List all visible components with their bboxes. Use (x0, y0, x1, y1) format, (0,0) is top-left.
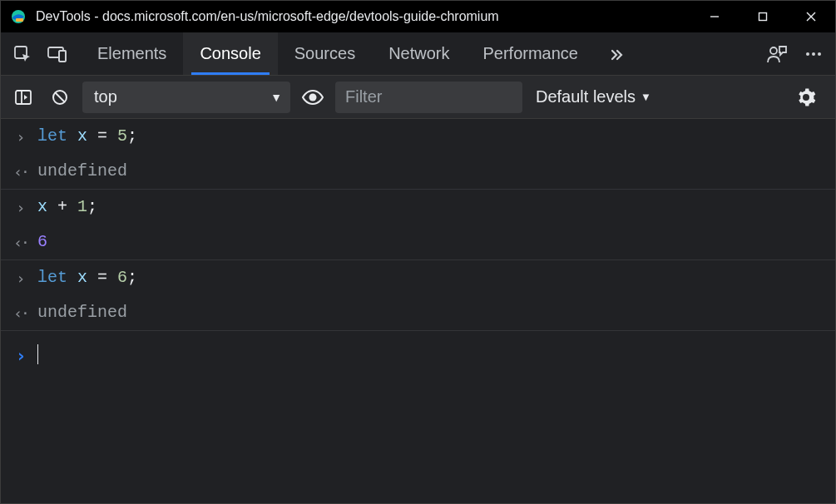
inspect-element-icon[interactable] (6, 37, 39, 71)
svg-rect-8 (59, 51, 66, 62)
svg-point-19 (804, 95, 809, 100)
console-input-row: ›x + 1; (1, 190, 835, 225)
chevron-down-icon: ▼ (641, 91, 651, 103)
console-input-row: ›let x = 5; (1, 119, 835, 154)
svg-rect-14 (16, 91, 31, 104)
svg-point-18 (309, 93, 317, 101)
svg-rect-3 (759, 13, 767, 21)
more-options-icon[interactable] (797, 37, 830, 71)
window-title: DevTools - docs.microsoft.com/en-us/micr… (34, 9, 690, 24)
console-toolbar: top ▼ Default levels ▼ (1, 76, 835, 119)
output-marker-icon: ‹· (14, 297, 27, 328)
tab-elements[interactable]: Elements (81, 32, 183, 75)
context-selector-value: top (94, 87, 117, 106)
console-output[interactable]: ›let x = 5;‹·undefined›x + 1;‹·6›let x =… (1, 119, 835, 503)
output-marker-icon: ‹· (14, 226, 27, 257)
console-output-row: ‹·undefined (1, 154, 835, 190)
svg-rect-1 (16, 18, 23, 22)
more-tabs-icon[interactable] (600, 37, 633, 71)
devtools-window: DevTools - docs.microsoft.com/en-us/micr… (0, 0, 836, 504)
console-output-value: 6 (37, 226, 47, 258)
live-expression-icon[interactable] (299, 83, 327, 111)
feedback-icon[interactable] (760, 37, 794, 71)
console-settings-icon[interactable] (792, 83, 820, 111)
console-input-code: let x = 6; (37, 262, 137, 294)
tab-console[interactable]: Console (183, 32, 277, 75)
console-output-row: ‹·6 (1, 225, 835, 260)
toggle-sidebar-icon[interactable] (9, 83, 37, 111)
input-marker-icon: › (14, 121, 27, 151)
console-output-row: ‹·undefined (1, 295, 835, 331)
console-input-code: let x = 5; (37, 121, 137, 152)
console-input-code: x + 1; (37, 191, 97, 223)
svg-point-12 (812, 52, 815, 56)
console-output-value: undefined (37, 156, 127, 187)
titlebar: DevTools - docs.microsoft.com/en-us/micr… (1, 1, 835, 32)
prompt-icon: › (14, 336, 27, 373)
tab-sources[interactable]: Sources (278, 32, 372, 75)
maximize-button[interactable] (739, 1, 787, 32)
console-output-value: undefined (37, 297, 127, 329)
svg-point-13 (818, 52, 821, 56)
window-controls (690, 1, 835, 32)
app-icon (11, 9, 26, 24)
svg-point-11 (806, 52, 809, 56)
filter-input[interactable] (335, 82, 522, 113)
input-marker-icon: › (14, 262, 27, 293)
console-prompt[interactable]: › (1, 331, 835, 378)
chevron-down-icon: ▼ (270, 91, 282, 104)
clear-console-icon[interactable] (46, 83, 74, 111)
minimize-button[interactable] (690, 1, 739, 32)
output-marker-icon: ‹· (14, 156, 27, 186)
svg-line-17 (56, 92, 65, 101)
tab-performance[interactable]: Performance (467, 32, 596, 75)
input-marker-icon: › (14, 191, 27, 222)
console-input-row: ›let x = 6; (1, 260, 835, 295)
svg-point-10 (770, 47, 777, 54)
log-levels-selector[interactable]: Default levels ▼ (536, 87, 651, 106)
tab-list: ElementsConsoleSourcesNetworkPerformance (81, 32, 595, 75)
context-selector[interactable]: top ▼ (82, 82, 290, 113)
log-levels-label: Default levels (536, 87, 636, 106)
close-button[interactable] (787, 1, 835, 32)
device-toolbar-icon[interactable] (41, 37, 74, 71)
tab-network[interactable]: Network (372, 32, 466, 75)
main-tabs: ElementsConsoleSourcesNetworkPerformance (1, 32, 835, 76)
text-caret (37, 344, 38, 364)
